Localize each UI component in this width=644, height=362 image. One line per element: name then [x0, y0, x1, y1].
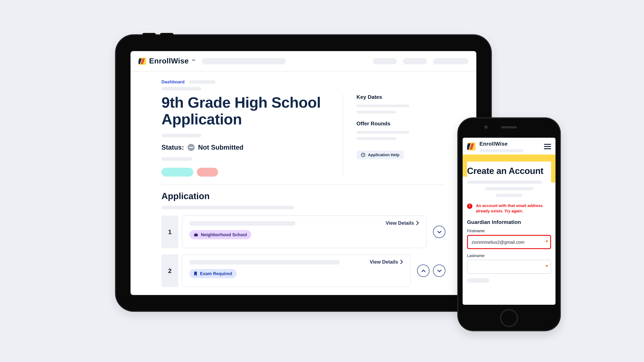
breadcrumb-placeholder [189, 80, 216, 83]
status-label: Status: [162, 143, 184, 151]
create-account-title: Create an Account [467, 166, 551, 176]
chevron-right-icon [400, 260, 403, 264]
phone-camera [484, 125, 488, 129]
phone-top-nav: EnrollWise [462, 138, 556, 155]
application-rank-number: 1 [162, 216, 178, 248]
brand-mark-icon [467, 142, 476, 151]
firstname-label: Firstname [467, 229, 551, 233]
phone-device-frame: EnrollWise Create an Account [457, 117, 561, 331]
chevron-down-icon [437, 268, 442, 273]
neighborhood-school-badge: Neighborhood School [189, 230, 252, 239]
application-section-title: Application [162, 191, 446, 201]
meta-placeholder [162, 157, 192, 161]
school-icon [194, 233, 198, 237]
application-rank-number: 2 [162, 255, 178, 287]
lastname-field: Lastname * [467, 254, 551, 274]
offer-rounds-heading: Offer Rounds [356, 120, 440, 127]
chevron-right-icon [416, 221, 419, 225]
guardian-info-heading: Guardian Information [467, 219, 551, 225]
chevron-down-icon [437, 229, 442, 234]
application-list-item: 2 View Details Exam Required [162, 255, 446, 287]
view-details-link[interactable]: View Details [370, 259, 403, 265]
school-name-placeholder [189, 221, 296, 226]
badge-label: Neighborhood School [201, 232, 247, 237]
hamburger-menu-button[interactable] [544, 144, 551, 149]
phone-screen: EnrollWise Create an Account [462, 138, 556, 305]
move-down-button[interactable] [433, 265, 445, 277]
firstname-field: Firstname * [467, 229, 551, 249]
application-help-label: Application Help [368, 153, 400, 157]
svg-rect-5 [194, 234, 198, 236]
required-asterisk-icon: * [546, 264, 548, 270]
badge-label: Exam Required [200, 271, 232, 276]
hamburger-icon [544, 144, 551, 145]
firstname-input[interactable] [467, 235, 551, 249]
phone-home-button[interactable] [500, 309, 518, 327]
nav-link-placeholder[interactable] [373, 58, 397, 64]
phone-hero: Create an Account [462, 155, 556, 200]
lastname-input[interactable] [467, 260, 551, 274]
error-message: An account with that email address alrea… [476, 203, 551, 214]
brand-name[interactable]: EnrollWise [480, 140, 524, 147]
page-title: 9th Grade High School Application [162, 94, 330, 128]
nav-link-placeholder[interactable] [403, 58, 427, 64]
brand-logo[interactable]: EnrollWise™ [138, 56, 196, 65]
view-details-link[interactable]: View Details [386, 220, 419, 226]
required-asterisk-icon: * [546, 239, 548, 245]
move-up-button[interactable] [417, 265, 430, 277]
phone-speaker [501, 126, 517, 128]
move-down-button[interactable] [433, 226, 445, 238]
help-circle-icon: ? [361, 153, 365, 157]
application-help-button[interactable]: ? Application Help [356, 151, 404, 159]
bookmark-icon [194, 272, 197, 276]
view-details-label: View Details [370, 259, 398, 265]
status-not-submitted-icon [188, 144, 195, 151]
hero-sub-placeholder [467, 181, 542, 184]
tablet-top-nav: EnrollWise™ [130, 51, 476, 71]
key-dates-placeholder [356, 105, 410, 107]
breadcrumb-placeholder-2 [162, 87, 202, 90]
error-alert: An account with that email address alrea… [467, 203, 551, 214]
exam-required-badge: Exam Required [189, 269, 236, 278]
subtitle-placeholder [162, 134, 202, 137]
tablet-screen: EnrollWise™ Dashboard 9th Grade Hig [130, 51, 476, 295]
application-section-sub-placeholder [162, 206, 294, 209]
brand-tm: ™ [192, 59, 196, 63]
school-name-placeholder [189, 260, 340, 265]
brand-name: EnrollWise [149, 56, 189, 65]
key-dates-placeholder [356, 111, 396, 113]
key-dates-heading: Key Dates [356, 94, 440, 100]
application-list-item: 1 View Details Neighborhood School [162, 216, 446, 248]
tablet-device-frame: EnrollWise™ Dashboard 9th Grade Hig [115, 34, 492, 312]
action-pill-secondary[interactable] [197, 168, 218, 177]
form-footer-placeholder [467, 278, 489, 283]
svg-rect-6 [196, 233, 196, 234]
application-card[interactable]: View Details Neighborhood School [182, 216, 427, 248]
action-pill-primary[interactable] [162, 168, 193, 177]
lastname-label: Lastname [467, 254, 551, 258]
offer-rounds-placeholder [356, 131, 410, 134]
hero-sub-placeholder [496, 194, 522, 197]
offer-rounds-placeholder [356, 137, 396, 140]
application-card[interactable]: View Details Exam Required [182, 255, 411, 287]
chevron-up-icon [421, 268, 426, 273]
nav-link-placeholder[interactable] [433, 58, 468, 64]
divider [162, 185, 446, 185]
status-value: Not Submitted [198, 143, 244, 151]
svg-text:?: ? [362, 153, 364, 156]
breadcrumb-dashboard[interactable]: Dashboard [162, 79, 184, 84]
error-icon [467, 204, 472, 209]
hero-sub-placeholder [485, 187, 534, 190]
brand-subtitle-placeholder [480, 149, 524, 152]
view-details-label: View Details [386, 220, 414, 226]
brand-mark-icon [138, 57, 146, 65]
nav-placeholder [202, 58, 286, 64]
